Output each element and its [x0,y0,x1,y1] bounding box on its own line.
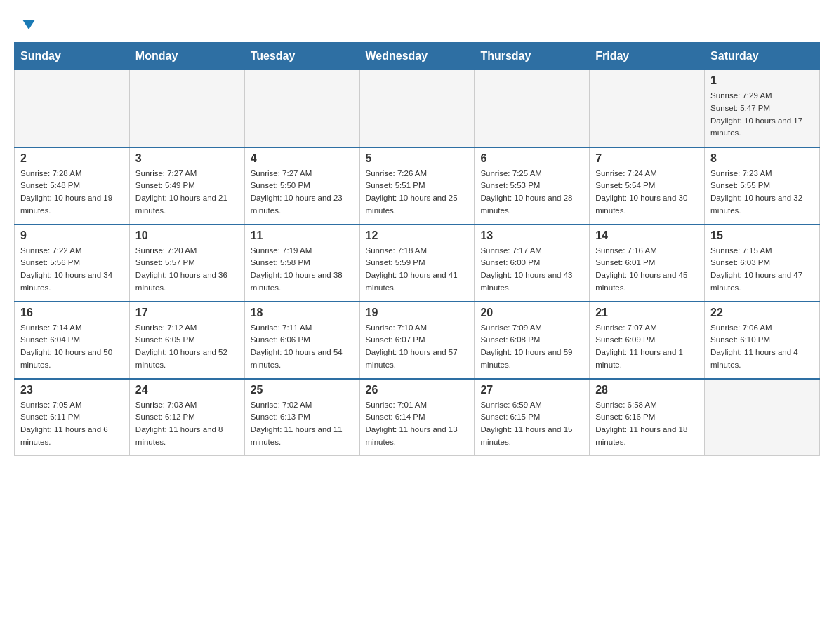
day-number: 16 [20,307,124,319]
day-number: 22 [710,307,814,319]
day-number: 11 [251,229,354,242]
day-info: Sunrise: 7:14 AMSunset: 6:04 PMDaylight:… [20,322,124,372]
calendar-cell: 15Sunrise: 7:15 AMSunset: 6:03 PMDayligh… [705,224,820,302]
calendar-week-row: 23Sunrise: 7:05 AMSunset: 6:11 PMDayligh… [15,379,820,456]
day-number: 10 [135,229,239,242]
calendar-cell [705,379,820,456]
day-info: Sunrise: 7:01 AMSunset: 6:14 PMDaylight:… [366,399,469,449]
calendar-cell: 22Sunrise: 7:06 AMSunset: 6:10 PMDayligh… [705,302,820,379]
day-info: Sunrise: 7:11 AMSunset: 6:06 PMDaylight:… [251,322,354,372]
day-info: Sunrise: 7:10 AMSunset: 6:07 PMDaylight:… [366,322,469,372]
calendar-cell: 23Sunrise: 7:05 AMSunset: 6:11 PMDayligh… [15,379,130,456]
day-info: Sunrise: 7:22 AMSunset: 5:56 PMDaylight:… [20,245,124,295]
day-number: 3 [135,152,239,165]
day-number: 19 [366,307,469,319]
calendar-cell: 27Sunrise: 6:59 AMSunset: 6:15 PMDayligh… [475,379,590,456]
calendar-cell: 14Sunrise: 7:16 AMSunset: 6:01 PMDayligh… [590,224,705,302]
calendar-cell: 20Sunrise: 7:09 AMSunset: 6:08 PMDayligh… [475,302,590,379]
day-info: Sunrise: 7:07 AMSunset: 6:09 PMDaylight:… [595,322,699,372]
day-info: Sunrise: 7:25 AMSunset: 5:53 PMDaylight:… [480,168,583,217]
day-number: 21 [595,307,699,319]
calendar-cell: 4Sunrise: 7:27 AMSunset: 5:50 PMDaylight… [244,147,359,224]
calendar-cell: 7Sunrise: 7:24 AMSunset: 5:54 PMDaylight… [590,147,705,224]
day-number: 25 [251,384,354,396]
logo-triangle-icon [22,20,35,29]
day-info: Sunrise: 7:16 AMSunset: 6:01 PMDaylight:… [595,245,699,295]
calendar-cell: 1Sunrise: 7:29 AMSunset: 5:47 PMDaylight… [705,70,820,147]
day-info: Sunrise: 7:03 AMSunset: 6:12 PMDaylight:… [135,399,239,449]
day-info: Sunrise: 7:24 AMSunset: 5:54 PMDaylight:… [595,168,699,217]
day-info: Sunrise: 7:27 AMSunset: 5:49 PMDaylight:… [135,168,239,217]
calendar-cell: 9Sunrise: 7:22 AMSunset: 5:56 PMDaylight… [15,224,130,302]
calendar-week-row: 16Sunrise: 7:14 AMSunset: 6:04 PMDayligh… [15,302,820,379]
calendar-table: SundayMondayTuesdayWednesdayThursdayFrid… [14,42,820,456]
calendar-week-row: 2Sunrise: 7:28 AMSunset: 5:48 PMDaylight… [15,147,820,224]
weekday-header-tuesday: Tuesday [244,43,359,70]
day-number: 20 [480,307,583,319]
day-info: Sunrise: 7:20 AMSunset: 5:57 PMDaylight:… [135,245,239,295]
day-number: 4 [251,152,354,165]
day-info: Sunrise: 7:29 AMSunset: 5:47 PMDaylight:… [710,90,814,140]
calendar-cell: 16Sunrise: 7:14 AMSunset: 6:04 PMDayligh… [15,302,130,379]
day-info: Sunrise: 7:17 AMSunset: 6:00 PMDaylight:… [480,245,583,295]
weekday-header-friday: Friday [590,43,705,70]
calendar-cell: 3Sunrise: 7:27 AMSunset: 5:49 PMDaylight… [129,147,244,224]
weekday-header-sunday: Sunday [15,43,130,70]
calendar-cell: 5Sunrise: 7:26 AMSunset: 5:51 PMDaylight… [359,147,475,224]
day-number: 23 [20,384,124,396]
day-info: Sunrise: 7:12 AMSunset: 6:05 PMDaylight:… [135,322,239,372]
day-info: Sunrise: 7:27 AMSunset: 5:50 PMDaylight:… [251,168,354,217]
calendar-cell: 2Sunrise: 7:28 AMSunset: 5:48 PMDaylight… [15,147,130,224]
day-info: Sunrise: 7:02 AMSunset: 6:13 PMDaylight:… [251,399,354,449]
calendar-cell: 11Sunrise: 7:19 AMSunset: 5:58 PMDayligh… [244,224,359,302]
weekday-header-row: SundayMondayTuesdayWednesdayThursdayFrid… [15,43,820,70]
calendar-cell [129,70,244,147]
day-info: Sunrise: 7:28 AMSunset: 5:48 PMDaylight:… [20,168,124,217]
calendar-cell: 17Sunrise: 7:12 AMSunset: 6:05 PMDayligh… [129,302,244,379]
calendar-cell [590,70,705,147]
calendar-cell: 26Sunrise: 7:01 AMSunset: 6:14 PMDayligh… [359,379,475,456]
day-info: Sunrise: 6:58 AMSunset: 6:16 PMDaylight:… [595,399,699,449]
calendar-week-row: 1Sunrise: 7:29 AMSunset: 5:47 PMDaylight… [15,70,820,147]
calendar-cell [475,70,590,147]
day-number: 6 [480,152,583,165]
weekday-header-monday: Monday [129,43,244,70]
day-number: 2 [20,152,124,165]
day-info: Sunrise: 7:05 AMSunset: 6:11 PMDaylight:… [20,399,124,449]
calendar-cell: 25Sunrise: 7:02 AMSunset: 6:13 PMDayligh… [244,379,359,456]
weekday-header-thursday: Thursday [475,43,590,70]
day-info: Sunrise: 7:26 AMSunset: 5:51 PMDaylight:… [366,168,469,217]
logo [21,21,35,31]
day-number: 14 [595,229,699,242]
day-info: Sunrise: 7:15 AMSunset: 6:03 PMDaylight:… [710,245,814,295]
calendar-cell: 21Sunrise: 7:07 AMSunset: 6:09 PMDayligh… [590,302,705,379]
day-number: 5 [366,152,469,165]
calendar-cell: 18Sunrise: 7:11 AMSunset: 6:06 PMDayligh… [244,302,359,379]
day-number: 12 [366,229,469,242]
day-number: 26 [366,384,469,396]
day-info: Sunrise: 7:18 AMSunset: 5:59 PMDaylight:… [366,245,469,295]
calendar-cell [359,70,475,147]
day-number: 1 [710,74,814,87]
calendar-cell [244,70,359,147]
page-header [14,14,820,31]
calendar-cell: 19Sunrise: 7:10 AMSunset: 6:07 PMDayligh… [359,302,475,379]
calendar-cell: 28Sunrise: 6:58 AMSunset: 6:16 PMDayligh… [590,379,705,456]
day-info: Sunrise: 7:19 AMSunset: 5:58 PMDaylight:… [251,245,354,295]
day-number: 9 [20,229,124,242]
day-number: 13 [480,229,583,242]
day-number: 8 [710,152,814,165]
day-number: 28 [595,384,699,396]
weekday-header-wednesday: Wednesday [359,43,475,70]
calendar-week-row: 9Sunrise: 7:22 AMSunset: 5:56 PMDaylight… [15,224,820,302]
day-info: Sunrise: 6:59 AMSunset: 6:15 PMDaylight:… [480,399,583,449]
day-number: 17 [135,307,239,319]
day-number: 27 [480,384,583,396]
weekday-header-saturday: Saturday [705,43,820,70]
calendar-cell: 8Sunrise: 7:23 AMSunset: 5:55 PMDaylight… [705,147,820,224]
calendar-cell: 13Sunrise: 7:17 AMSunset: 6:00 PMDayligh… [475,224,590,302]
day-info: Sunrise: 7:09 AMSunset: 6:08 PMDaylight:… [480,322,583,372]
calendar-cell: 10Sunrise: 7:20 AMSunset: 5:57 PMDayligh… [129,224,244,302]
day-number: 15 [710,229,814,242]
day-number: 24 [135,384,239,396]
